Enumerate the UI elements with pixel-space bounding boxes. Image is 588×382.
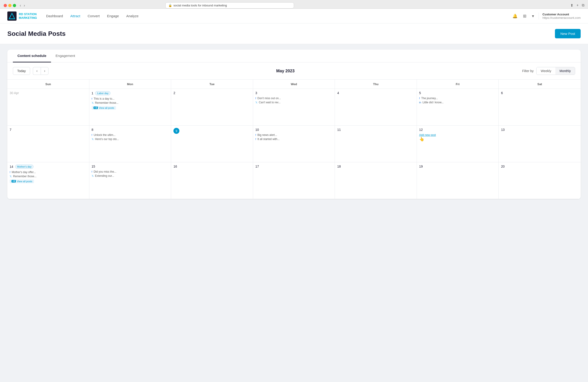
cell-may3[interactable]: 3 f Don't miss out on... 𝕏 Can't wait to…	[253, 89, 335, 126]
day-mon: Mon	[89, 80, 171, 89]
day-sat: Sat	[499, 80, 581, 89]
twitter-icon: 𝕏	[92, 138, 94, 141]
logo: RD STATION MARKETING	[7, 11, 37, 21]
nav-analyze[interactable]: Analyze	[126, 13, 139, 19]
labor-day-badge: Labor day	[95, 91, 110, 95]
nav-attract[interactable]: Attract	[70, 13, 80, 19]
new-post-button[interactable]: New Post	[555, 29, 581, 38]
nav-engage[interactable]: Engage	[107, 13, 119, 19]
next-month-button[interactable]: ›	[41, 67, 48, 75]
post-item: f Unlock the ultim...	[92, 133, 169, 137]
post-item: f Big news alert...	[255, 133, 333, 137]
twitter-icon: 𝕏	[10, 175, 12, 178]
day-tue: Tue	[171, 80, 253, 89]
browser-back[interactable]: ‹	[19, 3, 22, 8]
notifications-icon[interactable]: 🔔	[511, 13, 518, 20]
facebook-icon: f	[92, 97, 92, 100]
date-may1: 1 Labor day	[92, 91, 169, 95]
post-item: 𝕏 Extending our...	[92, 174, 169, 178]
filter-label: Filter by	[522, 69, 534, 73]
facebook-icon: f	[419, 97, 420, 100]
share-icon[interactable]: ⬆	[570, 3, 573, 8]
weekly-view-button[interactable]: Weekly	[537, 67, 555, 75]
cell-may11: 11	[335, 126, 417, 162]
facebook-icon: f	[92, 134, 92, 136]
prev-month-button[interactable]: ‹	[33, 67, 41, 75]
facebook-icon: f	[255, 134, 256, 136]
cell-may7: 7	[7, 126, 89, 162]
mothers-day-badge: Mother's day	[15, 165, 34, 169]
tab-content-schedule[interactable]: Content schedule	[13, 50, 51, 62]
cell-may1[interactable]: 1 Labor day f This is a day to... 𝕏 Reme…	[89, 89, 171, 126]
cell-may4: 4	[335, 89, 417, 126]
post-item: 𝕏 Remember those...	[10, 175, 87, 178]
facebook-icon: f	[255, 138, 256, 141]
day-wed: Wed	[253, 80, 335, 89]
cell-may12[interactable]: 12 Add new post 👆	[417, 126, 499, 162]
cell-may14[interactable]: 14 Mother's day f Mother's day offer... …	[7, 162, 89, 199]
cell-may17: 17	[253, 162, 335, 199]
cell-may15[interactable]: 15 f Did you miss the... 𝕏 Extending our…	[89, 162, 171, 199]
cell-may5[interactable]: 5 f The journey... in Little did I know.…	[417, 89, 499, 126]
calendar-row-3: 14 Mother's day f Mother's day offer... …	[7, 162, 581, 199]
add-tab-icon[interactable]: +	[577, 3, 579, 8]
twitter-icon: 𝕏	[255, 101, 257, 104]
cell-may20: 20	[499, 162, 581, 199]
cell-may9-today: 9	[171, 126, 253, 162]
cell-may18: 18	[335, 162, 417, 199]
cell-may13: 13	[499, 126, 581, 162]
day-thu: Thu	[335, 80, 417, 89]
post-item: 𝕏 Here's our top sto...	[92, 138, 169, 141]
view-toggle: Weekly Monthly	[536, 67, 575, 75]
calendar-row-1: 30 Apr 1 Labor day f This is a day to...…	[7, 89, 581, 126]
post-item: in Little did I know...	[419, 101, 496, 104]
nav-dashboard[interactable]: Dashboard	[46, 13, 63, 19]
day-fri: Fri	[417, 80, 499, 89]
cell-may6: 6	[499, 89, 581, 126]
facebook-icon: f	[10, 171, 10, 174]
post-item: 𝕏 Remember those...	[92, 101, 169, 104]
account-url: https://customeraccount.com	[543, 16, 581, 20]
nav-convert[interactable]: Convert	[87, 13, 100, 19]
chevron-down-icon[interactable]: ▾	[531, 13, 535, 20]
linkedin-icon: in	[419, 101, 421, 104]
apps-icon[interactable]: ⊞	[522, 13, 527, 20]
cell-may8[interactable]: 8 f Unlock the ultim... 𝕏 Here's our top…	[89, 126, 171, 162]
close-btn[interactable]	[4, 4, 7, 7]
logo-text: RD STATION MARKETING	[19, 12, 37, 20]
calendar-header: Sun Mon Tue Wed Thu Fri Sat	[7, 80, 581, 89]
post-item: f This is a day to...	[92, 97, 169, 100]
day-sun: Sun	[7, 80, 89, 89]
cursor: 👆	[419, 137, 424, 141]
monthly-view-button[interactable]: Monthly	[555, 67, 575, 75]
facebook-icon: f	[92, 170, 92, 173]
today-button[interactable]: Today	[13, 67, 30, 75]
cell-may2: 2	[171, 89, 253, 126]
date-apr30: 30 Apr	[10, 91, 87, 95]
main-nav: Dashboard Attract Convert Engage Analyze	[46, 13, 511, 19]
calendar-row-2: 7 8 f Unlock the ultim... 𝕏 Here's our t…	[7, 126, 581, 162]
account-section: Customer Account https://customeraccount…	[539, 13, 581, 20]
cell-may19: 19	[417, 162, 499, 199]
post-item: 𝕏 Can't wait to rev...	[255, 101, 333, 104]
url-text: social media tools for inbound marketing	[173, 4, 227, 7]
twitter-icon: 𝕏	[92, 101, 94, 104]
add-new-post-button[interactable]: Add new post	[419, 133, 496, 137]
post-item: f Don't miss out on...	[255, 97, 333, 100]
lock-icon: 🔒	[168, 4, 172, 7]
page-title: Social Media Posts	[7, 30, 66, 38]
maximize-btn[interactable]	[13, 4, 16, 7]
minimize-btn[interactable]	[8, 4, 11, 7]
view-all-posts-button[interactable]: +3 View all posts	[92, 106, 116, 110]
cell-apr30: 30 Apr	[7, 89, 89, 126]
tab-bar: Content schedule Engagement	[7, 50, 581, 62]
facebook-icon: f	[255, 97, 256, 100]
view-all-posts-button-2[interactable]: +5 View all posts	[10, 180, 34, 183]
post-item: f It all started with...	[255, 138, 333, 141]
cell-may10[interactable]: 10 f Big news alert... f It all started …	[253, 126, 335, 162]
twitter-icon: 𝕏	[92, 175, 94, 178]
browser-forward[interactable]: ›	[23, 3, 26, 8]
tab-engagement[interactable]: Engagement	[51, 50, 80, 62]
cell-may16: 16	[171, 162, 253, 199]
tabs-icon[interactable]: ⧉	[582, 3, 584, 8]
